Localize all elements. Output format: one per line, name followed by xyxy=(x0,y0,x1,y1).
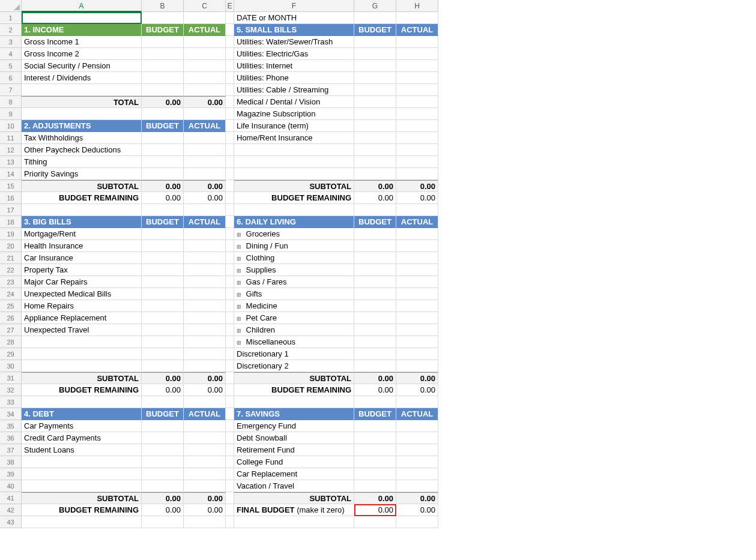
cell[interactable] xyxy=(226,144,234,156)
line-item[interactable]: ⊞ Dining / Fun xyxy=(234,240,354,252)
row-head-18[interactable]: 18 xyxy=(0,216,22,228)
cell[interactable] xyxy=(184,60,226,72)
cell[interactable] xyxy=(142,468,184,480)
line-item[interactable]: Medical / Dental / Vision xyxy=(234,96,354,108)
cell[interactable] xyxy=(226,348,234,360)
cell[interactable] xyxy=(226,432,234,444)
cell[interactable] xyxy=(396,252,438,264)
row-head-40[interactable]: 40 xyxy=(0,480,22,492)
cell[interactable] xyxy=(184,396,226,408)
cell[interactable] xyxy=(142,132,184,144)
cell[interactable] xyxy=(184,204,226,216)
cell[interactable] xyxy=(396,12,438,24)
cell[interactable] xyxy=(354,468,396,480)
cell[interactable] xyxy=(354,336,396,348)
row-head-5[interactable]: 5 xyxy=(0,60,22,72)
cell[interactable] xyxy=(184,72,226,84)
line-item[interactable] xyxy=(22,480,142,492)
cell[interactable] xyxy=(354,264,396,276)
cell[interactable] xyxy=(142,48,184,60)
line-item[interactable]: Interest / Dividends xyxy=(22,72,142,84)
line-item[interactable]: Mortgage/Rent xyxy=(22,228,142,240)
line-item[interactable]: Home/Rent Insurance xyxy=(234,132,354,144)
cell[interactable] xyxy=(142,348,184,360)
cell[interactable] xyxy=(184,360,226,372)
row-head-12[interactable]: 12 xyxy=(0,144,22,156)
cell[interactable] xyxy=(226,192,234,204)
cell[interactable] xyxy=(226,516,234,528)
cell[interactable] xyxy=(354,360,396,372)
cell[interactable] xyxy=(184,324,226,336)
line-item[interactable]: Other Paycheck Deductions xyxy=(22,144,142,156)
cell[interactable] xyxy=(142,360,184,372)
line-item[interactable] xyxy=(22,468,142,480)
cell[interactable] xyxy=(142,72,184,84)
cell[interactable] xyxy=(184,300,226,312)
cell[interactable] xyxy=(226,300,234,312)
line-item[interactable]: ⊞ Gifts xyxy=(234,288,354,300)
line-item[interactable]: Major Car Repairs xyxy=(22,276,142,288)
line-item[interactable] xyxy=(22,336,142,348)
cell[interactable] xyxy=(142,204,184,216)
cell[interactable] xyxy=(226,216,234,228)
line-item[interactable]: Discretionary 2 xyxy=(234,360,354,372)
cell[interactable] xyxy=(142,420,184,432)
row-head-30[interactable]: 30 xyxy=(0,360,22,372)
cell[interactable] xyxy=(396,420,438,432)
cell[interactable] xyxy=(396,204,438,216)
cell[interactable] xyxy=(184,468,226,480)
cell[interactable] xyxy=(226,180,234,192)
cell[interactable] xyxy=(396,444,438,456)
cell[interactable] xyxy=(142,432,184,444)
line-item[interactable]: Utilities: Water/Sewer/Trash xyxy=(234,36,354,48)
cell[interactable] xyxy=(396,336,438,348)
cell-A1[interactable] xyxy=(22,12,142,24)
line-item[interactable] xyxy=(234,144,354,156)
col-head-B[interactable]: B xyxy=(142,0,184,12)
cell[interactable] xyxy=(142,396,184,408)
cell[interactable] xyxy=(184,456,226,468)
row-head-13[interactable]: 13 xyxy=(0,156,22,168)
cell[interactable] xyxy=(226,60,234,72)
line-item[interactable]: ⊞ Pet Care xyxy=(234,312,354,324)
cell[interactable] xyxy=(354,432,396,444)
cell[interactable] xyxy=(184,84,226,96)
cell[interactable] xyxy=(354,240,396,252)
row-head-4[interactable]: 4 xyxy=(0,48,22,60)
row-head-2[interactable]: 2 xyxy=(0,24,22,36)
row-head-17[interactable]: 17 xyxy=(0,204,22,216)
row-head-41[interactable]: 41 xyxy=(0,492,22,504)
cell[interactable] xyxy=(396,36,438,48)
line-item[interactable]: Gross Income 2 xyxy=(22,48,142,60)
cell[interactable] xyxy=(184,276,226,288)
cell[interactable] xyxy=(226,492,234,504)
line-item[interactable]: Discretionary 1 xyxy=(234,348,354,360)
cell[interactable] xyxy=(396,516,438,528)
cell[interactable] xyxy=(354,108,396,120)
line-item[interactable]: Social Security / Pension xyxy=(22,60,142,72)
row-head-39[interactable]: 39 xyxy=(0,468,22,480)
cell[interactable] xyxy=(226,48,234,60)
cell[interactable] xyxy=(184,168,226,180)
row-head-15[interactable]: 15 xyxy=(0,180,22,192)
cell[interactable] xyxy=(142,168,184,180)
line-item[interactable] xyxy=(22,348,142,360)
line-item[interactable]: Student Loans xyxy=(22,444,142,456)
line-item[interactable]: ⊞ Gas / Fares xyxy=(234,276,354,288)
line-item[interactable] xyxy=(22,84,142,96)
row-head-16[interactable]: 16 xyxy=(0,192,22,204)
cell[interactable] xyxy=(354,36,396,48)
cell[interactable] xyxy=(396,312,438,324)
row-head-14[interactable]: 14 xyxy=(0,168,22,180)
row-head-1[interactable]: 1 xyxy=(0,12,22,24)
cell[interactable] xyxy=(142,108,184,120)
cell[interactable] xyxy=(142,300,184,312)
cell[interactable] xyxy=(226,456,234,468)
col-head-A[interactable]: A xyxy=(22,0,142,12)
line-item[interactable]: ⊞ Miscellaneous xyxy=(234,336,354,348)
cell[interactable] xyxy=(226,240,234,252)
cell[interactable] xyxy=(226,408,234,420)
cell[interactable] xyxy=(396,348,438,360)
cell[interactable] xyxy=(396,396,438,408)
cell[interactable] xyxy=(184,156,226,168)
